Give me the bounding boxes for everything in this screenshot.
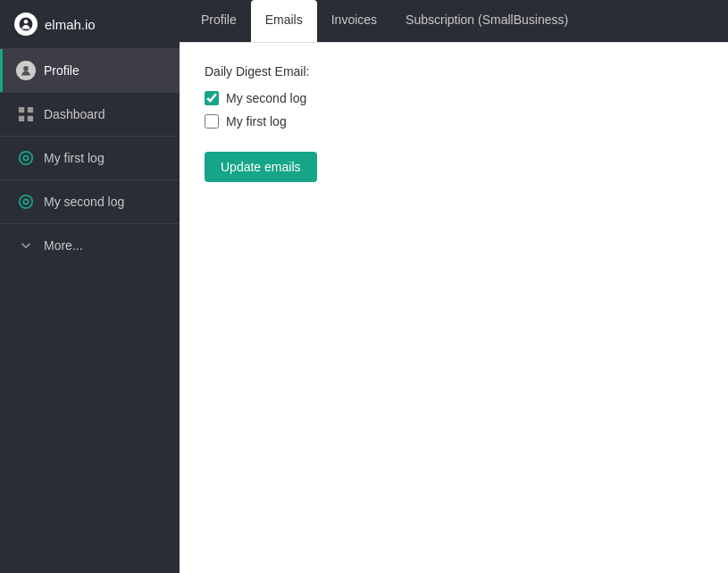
svg-point-0 [19,17,33,31]
svg-point-1 [24,20,29,24]
svg-point-2 [23,66,29,71]
sidebar-label-more: More... [44,238,83,253]
update-emails-button[interactable]: Update emails [205,152,317,182]
checkbox-label-first-log[interactable]: My first log [226,114,287,129]
checkbox-first-log[interactable] [205,114,219,129]
sidebar-item-more[interactable]: More... [0,224,180,267]
sidebar-label-second-log: My second log [44,195,124,209]
svg-rect-3 [19,107,24,112]
sidebar-label-profile: Profile [44,63,79,78]
checkbox-second-log[interactable] [205,91,219,105]
sidebar-item-dashboard[interactable]: Dashboard [0,93,180,136]
sidebar-item-second-log[interactable]: My second log [0,180,180,223]
log-icon-2 [17,193,35,211]
user-icon [17,62,35,79]
app-logo[interactable]: elmah.io [0,0,180,48]
tab-subscription[interactable]: Subscription (SmallBusiness) [391,0,582,42]
svg-point-9 [20,195,32,208]
dashboard-icon [17,105,35,123]
checkbox-label-second-log[interactable]: My second log [226,91,306,105]
svg-point-7 [20,152,32,164]
main-content: Profile Emails Invoices Subscription (Sm… [180,0,728,573]
tab-profile[interactable]: Profile [187,0,251,42]
sidebar-label-first-log: My first log [44,151,105,165]
emails-content: Daily Digest Email: My second log My fir… [180,43,728,573]
svg-rect-6 [28,116,33,121]
app-name-label: elmah.io [45,17,96,32]
sidebar-item-profile[interactable]: Profile [0,49,180,92]
tab-bar: Profile Emails Invoices Subscription (Sm… [180,0,728,43]
svg-rect-5 [19,116,24,121]
sidebar: elmah.io Profile Dashboard [0,0,180,573]
svg-point-8 [23,155,28,160]
svg-point-10 [23,199,28,203]
tab-emails[interactable]: Emails [251,0,317,42]
checkbox-row-second-log: My second log [205,91,703,105]
svg-rect-4 [28,107,33,112]
chevron-down-icon [17,237,35,254]
sidebar-label-dashboard: Dashboard [44,107,105,121]
sidebar-item-first-log[interactable]: My first log [0,137,180,179]
tab-invoices[interactable]: Invoices [317,0,391,42]
logo-icon [14,12,38,36]
checkbox-row-first-log: My first log [205,114,703,129]
log-icon-1 [17,149,35,167]
section-label: Daily Digest Email: [205,64,703,79]
